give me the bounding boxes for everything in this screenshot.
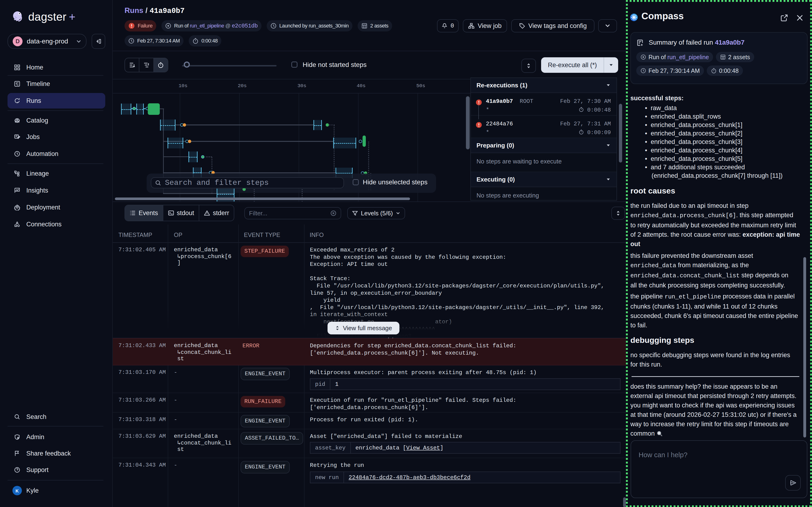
svg-text:K: K — [15, 489, 19, 493]
